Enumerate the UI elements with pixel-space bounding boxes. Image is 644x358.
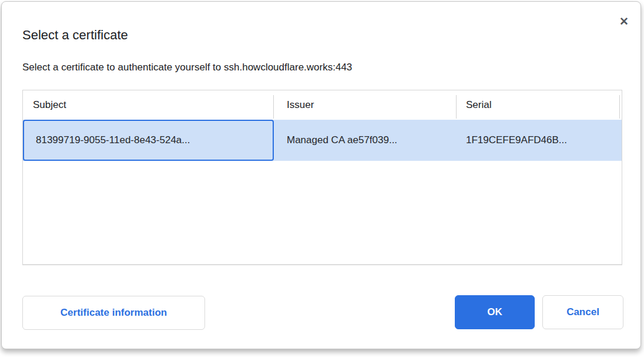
column-header-issuer: Issuer (274, 90, 457, 120)
certificate-issuer-cell: Managed CA ae57f039... (274, 120, 457, 161)
certificate-select-dialog: ✕ Select a certificate Select a certific… (1, 1, 641, 349)
close-icon[interactable]: ✕ (615, 12, 633, 30)
certificate-table: Subject Issuer Serial 81399719-9055-11ed… (22, 90, 622, 265)
certificate-subject-cell[interactable]: 81399719-9055-11ed-8e43-524a... (23, 120, 274, 161)
column-header-subject: Subject (23, 90, 274, 120)
dialog-subtitle: Select a certificate to authenticate you… (22, 62, 352, 73)
cancel-button[interactable]: Cancel (542, 295, 623, 329)
certificate-row-selected[interactable]: 81399719-9055-11ed-8e43-524a... Managed … (23, 120, 622, 161)
ok-button[interactable]: OK (455, 295, 535, 329)
column-header-serial: Serial (457, 90, 620, 120)
certificate-serial-cell: 1F19CEFE9AFD46B... (457, 120, 620, 161)
dialog-title: Select a certificate (22, 28, 128, 43)
certificate-information-button[interactable]: Certificate information (22, 296, 205, 330)
certificate-table-header: Subject Issuer Serial (23, 90, 622, 120)
